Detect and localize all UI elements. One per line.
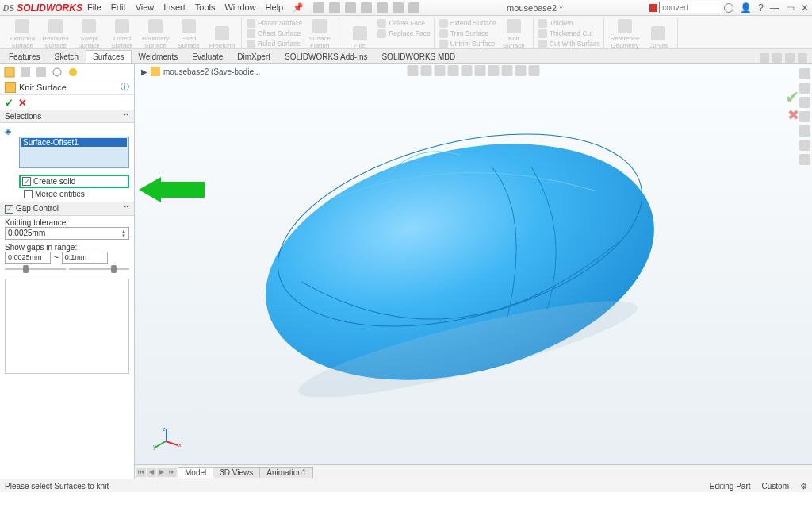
collapse-icon-2[interactable]: ⌃ [123,204,129,213]
reference-geometry-button[interactable]: Reference Geometry [609,17,641,49]
tab-sketch[interactable]: Sketch [47,50,86,63]
panel-min-icon[interactable] [772,53,782,63]
taskpane-design-library-icon[interactable] [799,97,810,108]
open-icon[interactable] [329,2,340,13]
scene-icon[interactable] [515,65,527,76]
selection-filter-icon[interactable]: ◈ [5,126,11,136]
surface-flatten-button[interactable]: Surface Flatten [304,17,335,49]
rebuild-icon[interactable] [393,2,404,13]
breadcrumb[interactable]: ▶ mousebase2 (Save-bodie... [141,67,260,76]
selection-item[interactable]: Surface-Offset1 [21,138,127,147]
thickened-cut-button[interactable]: Thickened Cut [538,29,600,39]
range-high-slider[interactable] [69,265,130,273]
fillet-button[interactable]: Fillet [344,17,376,49]
thicken-button[interactable]: Thicken [538,18,600,29]
zoom-area-icon[interactable] [421,65,432,76]
taskpane-home-icon[interactable] [799,68,810,79]
create-solid-checkbox[interactable] [22,177,31,186]
help-icon[interactable]: ? [758,2,764,13]
minimize-icon[interactable]: — [770,2,779,13]
taskpane-view-palette-icon[interactable] [799,125,810,137]
fm-config-icon[interactable] [33,65,49,79]
fm-dim-icon[interactable] [49,65,65,79]
range-low-slider[interactable] [5,265,66,273]
lofted-surface-button[interactable]: Lofted Surface [106,17,138,49]
options-icon[interactable] [408,2,419,13]
planar-surface-button[interactable]: Planar Surface [247,18,302,29]
pm-cancel-button[interactable]: ✕ [18,97,27,108]
offset-surface-button[interactable]: Offset Surface [247,29,302,39]
tab-model[interactable]: Model [178,467,213,478]
tab-dimxpert[interactable]: DimXpert [230,50,278,63]
view-settings-icon[interactable] [529,65,540,76]
replace-face-button[interactable]: Replace Face [377,29,430,39]
ruled-surface-button[interactable]: Ruled Surface [247,39,302,49]
gap-control-checkbox[interactable] [5,205,13,214]
pm-help-icon[interactable]: ⓘ [121,81,129,93]
menu-tools[interactable]: Tools [195,2,216,13]
prev-view-icon[interactable] [435,65,446,76]
knit-surface-button[interactable]: Knit Surface [498,17,530,49]
chevron-right-icon[interactable]: ▶ [141,67,147,76]
next-icon[interactable]: ▶ [157,468,167,477]
selection-list[interactable]: Surface-Offset1 [19,137,129,168]
save-icon[interactable] [345,2,356,13]
undo-icon[interactable] [377,2,388,13]
view-orient-icon[interactable] [462,65,473,76]
spin-down-icon[interactable]: ▼ [121,233,126,238]
delete-face-button[interactable]: Delete Face [377,18,430,29]
tolerance-input[interactable]: 0.0025mm ▲▼ [5,227,129,240]
first-icon[interactable]: ⏮ [136,468,146,477]
fm-tree-icon[interactable] [2,65,17,79]
taskpane-file-explorer-icon[interactable] [799,111,810,122]
hide-show-icon[interactable] [488,65,500,76]
confirm-ok-icon[interactable]: ✔ [785,87,799,108]
trim-surface-button[interactable]: Trim Surface [439,29,496,39]
new-icon[interactable] [313,2,324,13]
close-icon[interactable]: ✕ [801,2,809,13]
curves-button[interactable]: Curves [642,17,674,49]
prev-icon[interactable]: ◀ [147,468,156,477]
collapse-icon[interactable]: ⌃ [123,112,129,121]
taskpane-custom-props-icon[interactable] [799,154,810,165]
last-icon[interactable]: ⏭ [167,468,177,477]
extend-surface-button[interactable]: Extend Surface [439,18,496,29]
tab-3dviews[interactable]: 3D Views [213,467,260,478]
orientation-triad[interactable]: zxy [155,429,178,453]
print-icon[interactable] [361,2,372,13]
menu-edit[interactable]: Edit [111,2,126,13]
fm-property-icon[interactable] [17,65,33,79]
menu-window[interactable]: Window [224,2,255,13]
menu-pin-icon[interactable]: 📌 [293,2,304,13]
tab-surfaces[interactable]: Surfaces [86,50,131,63]
range-low-input[interactable]: 0.0025mm [5,252,51,264]
untrim-surface-button[interactable]: Untrim Surface [439,39,496,49]
model-geometry[interactable] [230,95,690,397]
status-profile[interactable]: Custom [762,482,789,491]
selections-header[interactable]: Selections⌃ [0,110,134,123]
expand-tree-icon[interactable] [760,53,769,63]
tab-weldments[interactable]: Weldments [132,50,186,63]
cut-with-surface-button[interactable]: Cut With Surface [538,39,600,49]
filled-surface-button[interactable]: Filled Surface [173,17,205,49]
gap-control-header[interactable]: Gap Control ⌃ [0,202,134,216]
user-icon[interactable]: 👤 [740,2,752,13]
search-icon[interactable] [724,3,733,13]
menu-view[interactable]: View [136,2,155,13]
graphics-viewport[interactable]: ▶ mousebase2 (Save-bodie... ✔ ✖ [135,64,812,479]
revolved-surface-button[interactable]: Revolved Surface [40,17,71,49]
freeform-button[interactable]: Freeform [206,17,238,49]
panel-close-icon[interactable] [798,53,807,63]
menu-file[interactable]: File [87,2,102,13]
fm-display-icon[interactable] [65,65,81,79]
extruded-surface-button[interactable]: Extruded Surface [6,17,38,49]
tab-addins[interactable]: SOLIDWORKS Add-Ins [278,50,374,63]
taskpane-resources-icon[interactable] [799,83,810,94]
maximize-icon[interactable]: ▭ [786,2,795,13]
status-options-icon[interactable]: ⚙ [800,482,807,491]
taskpane-appearances-icon[interactable] [799,140,810,151]
swept-surface-button[interactable]: Swept Surface [73,17,105,49]
menu-insert[interactable]: Insert [163,2,186,13]
menu-help[interactable]: Help [266,2,284,13]
merge-entities-checkbox[interactable] [24,190,33,198]
